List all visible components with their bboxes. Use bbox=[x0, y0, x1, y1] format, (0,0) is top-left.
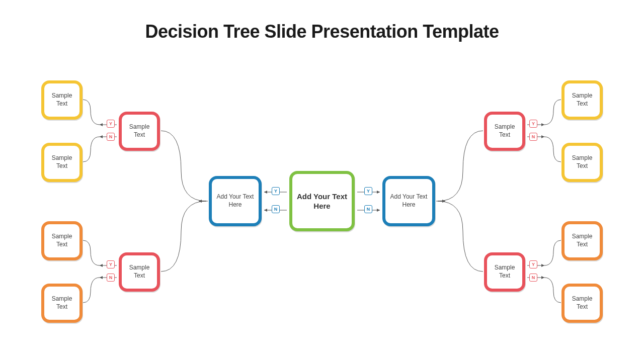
decision-node-top-right: Sample Text bbox=[484, 112, 525, 151]
no-tag: N bbox=[529, 274, 537, 282]
yes-tag: Y bbox=[107, 260, 115, 268]
leaf-node: Sample Text bbox=[41, 80, 83, 120]
decision-node-bottom-left: Sample Text bbox=[119, 252, 160, 292]
leaf-node: Sample Text bbox=[561, 221, 603, 260]
no-tag: N bbox=[107, 274, 115, 282]
leaf-node: Sample Text bbox=[41, 284, 83, 323]
leaf-node: Sample Text bbox=[561, 80, 603, 120]
yes-tag: Y bbox=[272, 187, 280, 195]
leaf-node: Sample Text bbox=[41, 143, 83, 182]
branch-right-node: Add Your Text Here bbox=[382, 176, 435, 226]
decision-node-top-left: Sample Text bbox=[119, 112, 160, 151]
root-node: Add Your Text Here bbox=[289, 171, 355, 231]
decision-node-bottom-right: Sample Text bbox=[484, 252, 525, 292]
yes-tag: Y bbox=[107, 120, 115, 128]
no-tag: N bbox=[107, 133, 115, 141]
leaf-node: Sample Text bbox=[41, 221, 83, 260]
no-tag: N bbox=[529, 133, 537, 141]
branch-left-node: Add Your Text Here bbox=[209, 176, 262, 226]
yes-tag: Y bbox=[529, 120, 537, 128]
yes-tag: Y bbox=[364, 187, 372, 195]
leaf-node: Sample Text bbox=[561, 143, 603, 182]
yes-tag: Y bbox=[529, 260, 537, 268]
no-tag: N bbox=[364, 205, 372, 213]
leaf-node: Sample Text bbox=[561, 284, 603, 323]
no-tag: N bbox=[272, 205, 280, 213]
